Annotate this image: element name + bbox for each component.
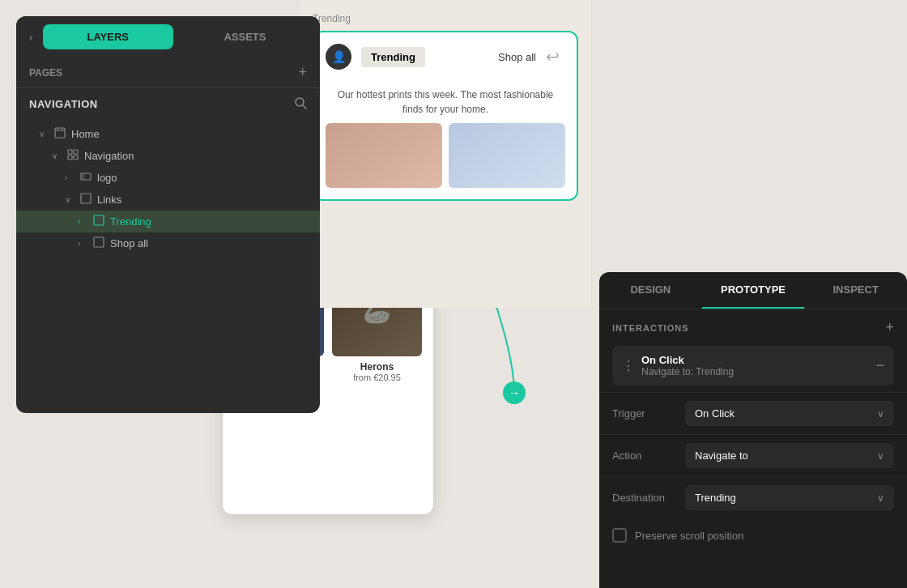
svg-point-15 [503,381,526,404]
layer-item-shopall[interactable]: › Shop all [16,232,320,254]
svg-rect-14 [94,237,104,247]
trigger-dropdown[interactable]: On Click ∨ [685,401,894,426]
layer-item-links[interactable]: ∨ Links [16,189,320,211]
layer-name-trending: Trending [110,215,151,228]
product-price-herons: from €20.95 [332,373,422,382]
tab-inspect[interactable]: INSPECT [804,272,907,309]
layer-item-home[interactable]: ∨ Home [16,123,320,145]
nav-section-header: NAVIGATION [16,88,320,120]
chevron-icon: ∨ [52,151,62,160]
product-name-herons: Herons [332,361,422,373]
svg-rect-10 [81,173,91,180]
svg-rect-7 [74,150,78,154]
panel-tabs: DESIGN PROTOTYPE INSPECT [599,272,907,309]
action-dropdown[interactable]: Navigate to ∨ [685,443,894,468]
interactions-header: INTERACTIONS + [599,309,907,346]
tab-design[interactable]: DESIGN [599,272,702,309]
chevron-down-icon: ∨ [877,450,884,462]
frame-icon [92,236,105,250]
layer-item-trending[interactable]: › Trending [16,211,320,232]
preserve-scroll-label: Preserve scroll position [635,530,743,542]
frame-icon [92,215,105,228]
trigger-value: On Click [695,407,735,420]
right-preview-area: Trending 👤 Trending Shop all ↩ Our hotte… [300,0,591,308]
layer-item-navigation[interactable]: ∨ Navigation [16,145,320,167]
pages-section: PAGES + [16,58,320,88]
avatar: 👤 [326,44,351,70]
svg-text:→: → [509,386,520,399]
chevron-down-icon: ∨ [877,408,884,420]
svg-rect-6 [68,150,72,154]
chevron-icon: ∨ [39,130,49,138]
interaction-title: On Click [641,354,869,366]
svg-rect-13 [94,215,104,225]
chevron-icon: ∨ [65,195,75,204]
chevron-icon: › [78,217,87,226]
preview-nav-shopall: Shop all [498,51,536,63]
svg-rect-8 [68,156,72,160]
layer-name-navigation: Navigation [84,150,134,162]
preview-card: 👤 Trending Shop all ↩ Our hottest prints… [313,31,578,201]
panel-tabs-row: ‹ LAYERS ASSETS [16,16,320,58]
chevron-down-icon: ∨ [877,492,884,504]
trigger-label: Trigger [612,407,685,420]
pages-add-button[interactable]: + [298,64,307,81]
search-icon[interactable] [294,96,307,112]
preserve-scroll-row: Preserve scroll position [599,518,907,552]
pages-label: PAGES [29,67,298,79]
preview-nav: 👤 Trending Shop all ↩ [314,32,577,81]
curl-arrow-icon: ↩ [546,47,565,66]
tab-layers[interactable]: LAYERS [43,24,173,49]
destination-field-row: Destination Trending ∨ [599,476,907,518]
nav-section-title: NAVIGATION [29,98,294,110]
destination-label: Destination [612,492,685,504]
svg-rect-2 [55,128,65,138]
interaction-item: ⋮ On Click Navigate to: Trending − [612,346,894,386]
chevron-icon: › [78,239,87,248]
tab-assets[interactable]: ASSETS [180,24,310,49]
preview-description: Our hottest prints this week. The most f… [314,81,577,123]
component-icon [79,171,92,185]
action-value: Navigate to [695,450,748,462]
preview-product-img-2 [449,123,565,188]
layer-name-home: Home [71,128,100,140]
drag-handle-icon[interactable]: ⋮ [622,358,635,373]
add-interaction-button[interactable]: + [885,319,894,336]
preview-nav-trending: Trending [361,47,425,67]
layer-name-links: Links [97,194,121,206]
svg-rect-9 [74,156,78,160]
svg-rect-12 [81,194,91,203]
frame-icon [53,127,66,141]
interactions-label: INTERACTIONS [612,323,885,333]
destination-dropdown[interactable]: Trending ∨ [685,485,894,510]
preview-product-img-1 [326,123,442,188]
back-button[interactable]: ‹ [26,28,36,47]
layer-item-logo[interactable]: › logo [16,167,320,189]
frame-icon [79,193,92,207]
preview-products [314,123,577,199]
interaction-info: On Click Navigate to: Trending [641,354,869,377]
tab-prototype[interactable]: PROTOTYPE [702,272,805,309]
component-icon [66,149,79,163]
layer-name-shopall: Shop all [110,237,148,249]
layer-tree: ∨ Home ∨ Navig [16,120,320,258]
action-field-row: Action Navigate to ∨ [599,434,907,476]
preview-section-label: Trending [300,6,591,31]
left-panel: ‹ LAYERS ASSETS PAGES + NAVIGATION ∨ [16,16,320,413]
destination-value: Trending [695,492,736,504]
action-label: Action [612,450,685,462]
remove-interaction-button[interactable]: − [875,357,884,374]
layer-name-logo: logo [97,172,117,184]
preserve-scroll-checkbox[interactable] [612,528,627,543]
svg-line-1 [303,105,306,109]
interaction-subtitle: Navigate to: Trending [641,366,869,377]
right-prototype-panel: DESIGN PROTOTYPE INSPECT INTERACTIONS + … [599,272,907,588]
trigger-field-row: Trigger On Click ∨ [599,392,907,434]
chevron-icon: › [65,173,75,182]
